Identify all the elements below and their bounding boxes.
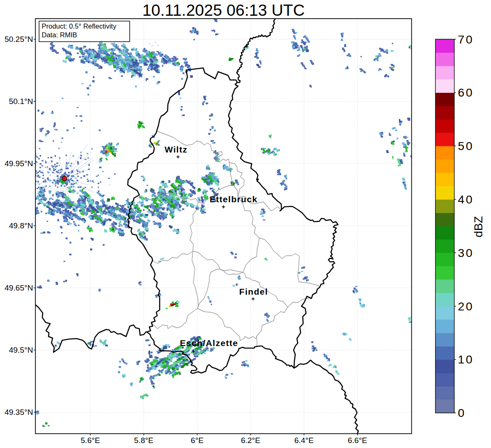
svg-text:49.5°N: 49.5°N	[9, 346, 33, 354]
svg-text:49.65°N: 49.65°N	[5, 283, 33, 292]
svg-text:6°E: 6°E	[191, 436, 204, 445]
svg-text:Wiltz: Wiltz	[165, 145, 187, 154]
svg-text:Esch/Alzette: Esch/Alzette	[180, 338, 238, 348]
svg-text:6.6°E: 6.6°E	[348, 436, 367, 445]
svg-text:50.1°N: 50.1°N	[9, 97, 33, 106]
svg-text:5.8°E: 5.8°E	[134, 436, 153, 445]
svg-text:40: 40	[458, 193, 474, 206]
svg-text:6.4°E: 6.4°E	[294, 436, 314, 445]
svg-text:10: 10	[458, 353, 474, 366]
svg-text:70: 70	[458, 33, 474, 46]
svg-text:20: 20	[458, 300, 474, 313]
svg-text:50: 50	[458, 139, 474, 153]
svg-text:dBZ: dBZ	[472, 216, 485, 237]
svg-text:Data: RMIB: Data: RMIB	[42, 31, 77, 39]
svg-text:49.8°N: 49.8°N	[9, 221, 33, 230]
svg-text:Ettelbruck: Ettelbruck	[209, 194, 258, 204]
svg-text:49.35°N: 49.35°N	[5, 408, 33, 417]
svg-text:6.2°E: 6.2°E	[241, 436, 260, 445]
svg-text:Findel: Findel	[239, 287, 268, 296]
svg-text:Product: 0.5° Reflectivity: Product: 0.5° Reflectivity	[42, 22, 117, 30]
svg-text:0: 0	[458, 406, 466, 419]
svg-text:5.6°E: 5.6°E	[81, 436, 100, 445]
svg-text:30: 30	[458, 246, 474, 259]
svg-text:49.95°N: 49.95°N	[5, 159, 33, 168]
svg-text:10.11.2025 06:13 UTC: 10.11.2025 06:13 UTC	[142, 1, 305, 19]
svg-text:60: 60	[458, 86, 474, 99]
svg-text:50.25°N: 50.25°N	[5, 35, 33, 44]
